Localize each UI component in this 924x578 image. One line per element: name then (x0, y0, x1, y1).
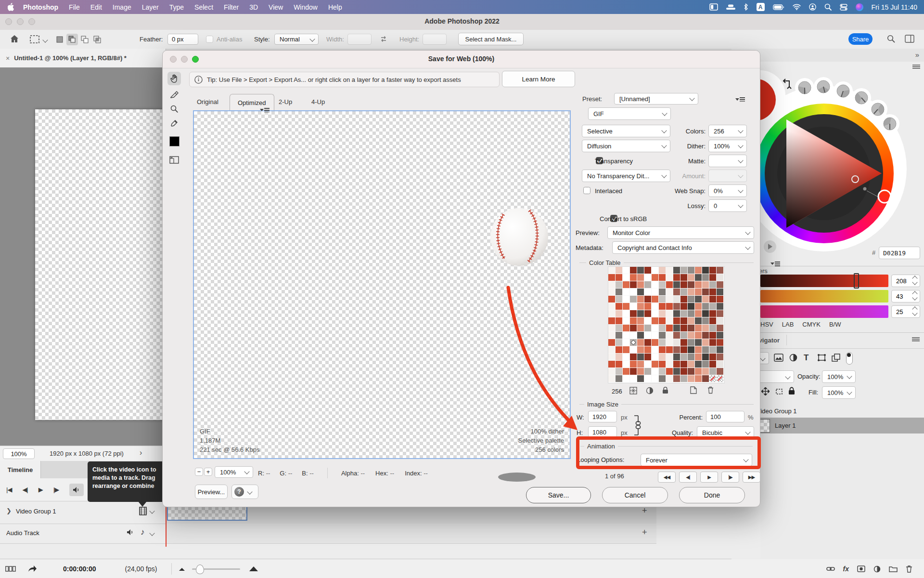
tab-2up[interactable]: 2-Up (279, 98, 292, 105)
adjustment-icon[interactable] (873, 565, 881, 573)
info-panel-menu-icon[interactable] (260, 107, 270, 113)
color-swatch[interactable] (717, 296, 723, 302)
color-swatch[interactable] (680, 332, 687, 339)
color-swatch[interactable] (666, 339, 673, 346)
color-swatch[interactable] (623, 332, 629, 339)
color-swatch[interactable] (680, 339, 687, 346)
color-swatch[interactable] (623, 361, 629, 368)
color-swatch[interactable] (702, 361, 709, 368)
antialias-checkbox[interactable] (206, 36, 213, 43)
opacity-select[interactable]: 100% (822, 370, 856, 383)
panels-icon[interactable] (905, 35, 914, 43)
color-swatch[interactable] (666, 346, 673, 353)
color-swatch[interactable] (666, 310, 673, 317)
color-swatch[interactable] (659, 310, 666, 317)
color-swatch[interactable] (630, 296, 637, 302)
color-swatch[interactable] (616, 310, 622, 317)
audio-track-lane[interactable]: + (166, 524, 656, 544)
color-swatch[interactable] (644, 332, 651, 339)
menubar-clock[interactable]: Fri 15 Jul 11:40 (872, 3, 917, 11)
color-swatch[interactable] (702, 332, 709, 339)
music-note-icon[interactable]: ♪ (141, 527, 145, 537)
websnap-select[interactable]: 0% (708, 184, 747, 197)
preset-panel-menu-icon[interactable] (735, 97, 746, 103)
matte-select[interactable] (708, 155, 747, 167)
color-swatch[interactable] (688, 274, 694, 281)
interlaced-checkbox[interactable] (583, 187, 590, 194)
color-swatch[interactable] (666, 332, 673, 339)
color-swatch[interactable] (616, 317, 622, 324)
audio-track-row[interactable]: Audio Track ♪ (0, 524, 166, 544)
height-input[interactable] (423, 34, 447, 45)
color-swatch[interactable] (644, 346, 651, 353)
color-swatch[interactable] (630, 274, 637, 281)
export-arrow-icon[interactable] (27, 565, 37, 573)
selection-add-icon[interactable] (66, 34, 78, 45)
color-swatch[interactable] (616, 274, 622, 281)
color-mode-tab[interactable]: B/W (829, 321, 841, 328)
selection-intersect-icon[interactable] (92, 35, 102, 44)
color-swatch[interactable] (717, 325, 723, 331)
cancel-button[interactable]: Cancel (602, 487, 668, 503)
dock-collapse-chevrons[interactable]: » (915, 51, 919, 59)
color-swatch[interactable] (616, 296, 622, 302)
input-source-icon[interactable]: A (757, 3, 765, 11)
menu-item[interactable]: Type (164, 3, 189, 11)
palette-select[interactable]: Selective (582, 125, 670, 137)
color-swatch[interactable] (688, 375, 694, 382)
timeline-tab[interactable]: Timeline (0, 461, 41, 478)
color-swatch[interactable] (623, 354, 629, 360)
color-swatch[interactable] (680, 346, 687, 353)
color-swatch[interactable] (695, 267, 702, 274)
lock-all-icon[interactable] (788, 387, 795, 395)
color-swatch[interactable] (630, 361, 637, 368)
color-swatch[interactable] (608, 325, 615, 331)
color-swatch[interactable] (688, 325, 694, 331)
color-swatch[interactable] (673, 289, 680, 295)
color-swatch[interactable] (659, 346, 666, 353)
color-swatch[interactable] (644, 281, 651, 288)
color-swatch[interactable] (702, 274, 709, 281)
zoom-in-mountain-icon[interactable] (249, 566, 258, 572)
fx-icon[interactable]: fx (843, 565, 849, 573)
slider-value-stepper[interactable]: 25 (891, 305, 920, 318)
color-swatch[interactable] (717, 332, 723, 339)
color-swatch[interactable] (630, 368, 637, 375)
color-swatch[interactable] (709, 317, 716, 324)
color-swatch[interactable] (695, 368, 702, 375)
color-swatch[interactable] (637, 274, 644, 281)
apple-menu[interactable] (8, 3, 15, 11)
frame-squares-icon[interactable] (5, 566, 16, 572)
color-swatch[interactable] (717, 368, 723, 375)
quality-select[interactable]: Bicubic (697, 426, 754, 439)
color-swatch[interactable] (644, 267, 651, 274)
color-swatch[interactable] (688, 296, 694, 302)
color-swatch[interactable] (616, 281, 622, 288)
color-swatch[interactable] (630, 310, 637, 317)
animation-playback-button[interactable]: ◀◀ (658, 472, 676, 483)
color-swatch[interactable] (702, 339, 709, 346)
color-swatch[interactable] (637, 281, 644, 288)
animation-playback-button[interactable]: |▶ (721, 472, 739, 483)
menu-item[interactable]: File (64, 3, 85, 11)
tool-preset-chevron[interactable] (42, 37, 48, 42)
color-swatch[interactable] (673, 303, 680, 310)
color-swatch[interactable] (644, 296, 651, 302)
color-swatch[interactable] (623, 296, 629, 302)
color-swatch[interactable] (702, 317, 709, 324)
zoom-tool-button[interactable] (167, 103, 181, 115)
color-swatch[interactable] (644, 339, 651, 346)
menu-item[interactable]: Filter (218, 3, 244, 11)
color-swatch[interactable] (616, 354, 622, 360)
color-swatch[interactable] (666, 303, 673, 310)
siri-icon[interactable] (856, 3, 863, 11)
link-icon[interactable] (826, 565, 835, 572)
color-swatch[interactable] (688, 361, 694, 368)
color-swatch[interactable] (659, 354, 666, 360)
color-swatch[interactable] (623, 375, 629, 382)
color-swatch[interactable] (630, 303, 637, 310)
swap-dimensions-icon[interactable] (379, 35, 388, 43)
color-swatch[interactable] (608, 310, 615, 317)
lossy-select[interactable]: 0 (708, 199, 747, 212)
color-swatch[interactable] (616, 346, 622, 353)
